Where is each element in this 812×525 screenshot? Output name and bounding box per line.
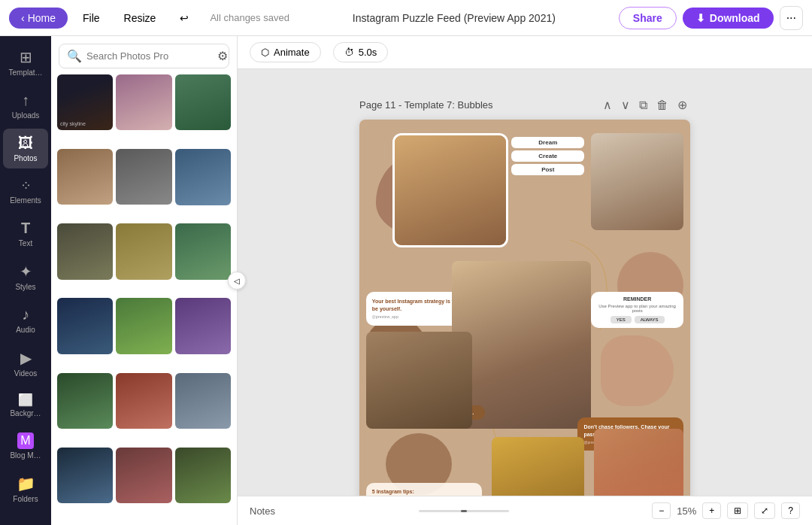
photo-thumb[interactable] (175, 373, 231, 429)
photo-thumb[interactable] (57, 149, 113, 205)
page-move-up-button[interactable]: ∧ (600, 96, 615, 114)
canvas-scroll[interactable]: Page 11 - Template 7: Bubbles ∧ ∨ ⧉ 🗑 ⊕ (238, 69, 812, 496)
tips-card[interactable]: 5 Instagram tips: • Be yourself• Stay co… (366, 483, 482, 496)
photo-thumb[interactable] (175, 74, 231, 130)
photo-thumb[interactable] (116, 223, 171, 279)
page-scroll-thumb (461, 510, 467, 512)
photo-thumb[interactable] (175, 448, 231, 503)
page-delete-button[interactable]: 🗑 (653, 96, 671, 114)
help-button[interactable]: ? (781, 502, 800, 519)
more-icon: ⋯ (18, 518, 33, 525)
resize-button[interactable]: Resize (115, 8, 165, 29)
sidebar-label-text: Text (19, 239, 32, 247)
download-icon: ⬇ (696, 12, 705, 24)
reminder-buttons: YES ALWAYS (595, 316, 679, 323)
create-card[interactable]: Create (511, 150, 584, 162)
sidebar-item-more[interactable]: ⋯ More (3, 512, 48, 525)
sidebar-item-audio[interactable]: ♪ Audio (3, 300, 48, 340)
quote-attribution: @preview_app (372, 314, 459, 320)
resize-label: Resize (124, 12, 156, 24)
undo-button[interactable]: ↩ (171, 8, 198, 29)
photo-woman-reading[interactable] (591, 133, 683, 230)
sidebar-item-photos[interactable]: 🖼 Photos (3, 129, 48, 168)
quote-card[interactable]: Your best Instagram strategy is to be yo… (366, 292, 465, 326)
home-button[interactable]: ‹ Home (9, 8, 68, 29)
photo-couple[interactable] (392, 133, 508, 248)
sidebar-item-videos[interactable]: ▶ Videos (3, 343, 48, 384)
grid-view-button[interactable]: ⊞ (727, 502, 748, 519)
templates-icon: ⊞ (20, 48, 32, 66)
styles-icon: ✦ (20, 262, 32, 281)
animate-button[interactable]: ⬡ Animate (250, 42, 321, 62)
notes-button[interactable]: Notes (250, 505, 275, 517)
photo-woman-dress[interactable] (594, 429, 683, 496)
photo-thumb[interactable] (57, 448, 113, 503)
reminder-always[interactable]: ALWAYS (635, 316, 665, 323)
photo-woman-posing[interactable] (492, 437, 584, 496)
sidebar-item-blog[interactable]: M Blog M… (3, 426, 48, 466)
reminder-yes[interactable]: YES (611, 316, 632, 323)
photo-thumb[interactable] (116, 373, 171, 429)
share-button[interactable]: Share (619, 7, 677, 29)
search-input[interactable] (86, 50, 213, 62)
sidebar-item-templates[interactable]: ⊞ Templat… (3, 42, 48, 83)
page-copy-button[interactable]: ⧉ (636, 96, 650, 114)
sidebar-item-styles[interactable]: ✦ Styles (3, 256, 48, 297)
animate-icon: ⬡ (261, 47, 269, 58)
sidebar-label-templates: Templat… (8, 68, 42, 77)
page-scroll-bar (419, 510, 509, 512)
chevron-left-icon: ‹ (21, 12, 25, 24)
audio-icon: ♪ (22, 306, 29, 323)
zoom-in-button[interactable]: + (702, 502, 721, 519)
photo-thumb[interactable] (116, 149, 171, 205)
sidebar-item-uploads[interactable]: ↑ Uploads (3, 86, 48, 126)
canvas-area: ⬡ Animate ⏱ 5.0s (238, 36, 812, 525)
page-add-button[interactable]: ⊕ (674, 96, 690, 114)
sidebar-item-elements[interactable]: ⁘ Elements (3, 171, 48, 211)
more-options-button[interactable]: ··· (780, 6, 803, 30)
photo-woman-denim[interactable] (452, 261, 591, 429)
page-header-actions: ∧ ∨ ⧉ 🗑 ⊕ (600, 96, 690, 114)
duration-button[interactable]: ⏱ 5.0s (333, 42, 389, 62)
sidebar-label-uploads: Uploads (12, 111, 40, 120)
page-move-down-button[interactable]: ∨ (618, 96, 633, 114)
dream-card[interactable]: Dream (511, 137, 584, 148)
uploads-icon: ↑ (22, 92, 29, 109)
reminder-card[interactable]: REMINDER Use Preview app to plan your am… (591, 292, 683, 328)
sidebar-item-folders[interactable]: 📁 Folders (3, 469, 48, 509)
saved-status: All changes saved (210, 12, 289, 23)
photo-thumb[interactable] (175, 223, 231, 279)
filter-icon[interactable]: ⚙ (217, 49, 228, 63)
toggle-panel-button[interactable]: ◁ (228, 272, 246, 290)
photo-thumb[interactable] (175, 149, 231, 205)
reminder-title: REMINDER (595, 296, 679, 302)
sidebar-label-folders: Folders (13, 495, 38, 503)
photo-thumb[interactable]: city skyline (57, 74, 113, 130)
photo-thumb[interactable] (116, 298, 171, 354)
videos-icon: ▶ (20, 349, 32, 367)
animate-label: Animate (274, 47, 310, 58)
photo-thumb[interactable] (116, 448, 171, 503)
download-button[interactable]: ⬇ Download (683, 8, 774, 29)
zoom-controls: − 15% + (652, 502, 721, 519)
photo-thumb[interactable] (57, 223, 113, 279)
photo-man-camera[interactable] (366, 332, 472, 429)
blob-shape (601, 335, 674, 406)
sidebar-label-audio: Audio (16, 326, 35, 334)
sidebar-item-text[interactable]: T Text (3, 214, 48, 253)
sidebar-item-background[interactable]: ⬜ Backgr… (3, 387, 48, 423)
photo-thumb[interactable] (57, 298, 113, 354)
share-label: Share (633, 12, 662, 24)
post-card[interactable]: Post (511, 164, 584, 175)
timer-icon: ⏱ (344, 47, 354, 58)
photo-thumb[interactable] (116, 74, 171, 130)
animate-bar: ⬡ Animate ⏱ 5.0s (238, 36, 812, 69)
photo-thumb[interactable] (175, 298, 231, 354)
photo-thumb[interactable] (57, 373, 113, 429)
fit-button[interactable]: ⤢ (754, 502, 775, 519)
page-11-label: Page 11 - Template 7: Bubbles (359, 99, 493, 111)
page-11-design[interactable]: Dream Create Post Your best Instagram st… (359, 120, 690, 496)
file-button[interactable]: File (74, 8, 109, 29)
zoom-out-button[interactable]: − (652, 502, 671, 519)
text-cards-group: Dream Create Post (511, 137, 584, 175)
